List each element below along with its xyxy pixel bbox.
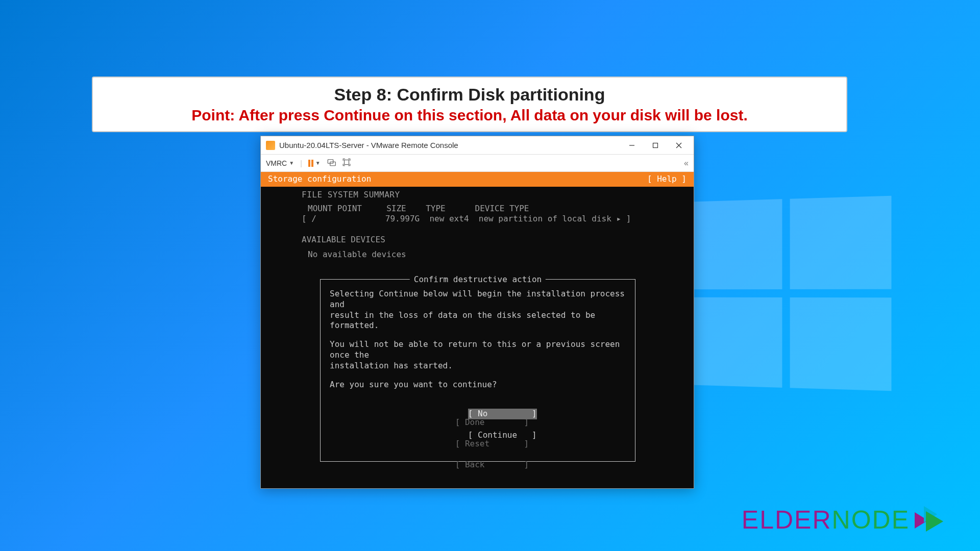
- help-button[interactable]: [ Help ]: [647, 174, 687, 185]
- pause-button[interactable]: ▼: [308, 160, 321, 167]
- minimize-button[interactable]: [620, 138, 644, 153]
- installer-header: Storage configuration [ Help ]: [261, 172, 694, 187]
- dialog-paragraph-3: Are you sure you want to continue?: [330, 380, 626, 390]
- fs-row[interactable]: [ / 79.997G new ext4 new partition of lo…: [261, 214, 694, 224]
- chevron-down-icon: ▼: [289, 160, 294, 166]
- fullscreen-icon: [342, 158, 351, 167]
- available-devices-title: AVAILABLE DEVICES: [261, 224, 694, 245]
- eldernode-icon: [913, 504, 944, 536]
- svg-rect-1: [653, 143, 658, 147]
- send-keys-icon: [327, 158, 336, 167]
- close-button[interactable]: [667, 138, 691, 153]
- dialog-title: Confirm destructive action: [410, 274, 546, 285]
- windows-logo: [688, 196, 892, 391]
- minimize-icon: [629, 142, 635, 148]
- brand-node: NODE: [832, 506, 910, 534]
- close-icon: [676, 142, 682, 148]
- chevron-down-icon: ▼: [315, 160, 321, 166]
- collapse-toolbar-button[interactable]: «: [684, 159, 689, 168]
- window-title: Ubuntu-20.04LTS-Server - VMware Remote C…: [279, 141, 458, 149]
- bottom-buttons: [ Done ] [ Reset ] [ Back ]: [261, 407, 694, 481]
- fs-columns: MOUNT POINT SIZE TYPE DEVICE TYPE: [261, 201, 694, 214]
- vmware-window: Ubuntu-20.04LTS-Server - VMware Remote C…: [260, 136, 694, 489]
- dialog-paragraph-2: You will not be able to return to this o…: [330, 339, 626, 371]
- maximize-button[interactable]: [644, 138, 667, 153]
- fullscreen-button[interactable]: [342, 158, 351, 168]
- vmrc-menu-label: VMRC: [266, 159, 287, 167]
- dialog-paragraph-1: Selecting Continue below will begin the …: [330, 289, 626, 331]
- send-keys-button[interactable]: [327, 158, 336, 168]
- pause-icon: [308, 160, 313, 167]
- vmrc-menu[interactable]: VMRC ▼: [266, 159, 294, 167]
- svg-rect-5: [330, 162, 335, 166]
- reset-button[interactable]: [ Reset ]: [455, 439, 529, 448]
- step-warning: Point: After press Continue on this sect…: [103, 107, 836, 124]
- eldernode-logo: ELDERNODE: [742, 504, 944, 536]
- done-button[interactable]: [ Done ]: [455, 417, 529, 427]
- svg-rect-6: [344, 160, 349, 165]
- vmware-icon: [266, 141, 275, 150]
- svg-rect-4: [328, 160, 333, 164]
- brand-elder: ELDER: [742, 506, 832, 534]
- fs-summary-title: FILE SYSTEM SUMMARY: [261, 187, 694, 201]
- window-titlebar: Ubuntu-20.04LTS-Server - VMware Remote C…: [261, 136, 694, 155]
- step-title: Step 8: Confirm Disk partitioning: [103, 85, 836, 105]
- installer-terminal[interactable]: Storage configuration [ Help ] FILE SYST…: [261, 172, 694, 488]
- maximize-icon: [652, 142, 658, 148]
- vmware-toolbar: VMRC ▼ | ▼ «: [261, 155, 694, 172]
- instruction-box: Step 8: Confirm Disk partitioning Point:…: [92, 77, 847, 132]
- back-button[interactable]: [ Back ]: [455, 460, 529, 469]
- header-title: Storage configuration: [268, 174, 371, 185]
- no-available-devices: No available devices: [261, 245, 694, 260]
